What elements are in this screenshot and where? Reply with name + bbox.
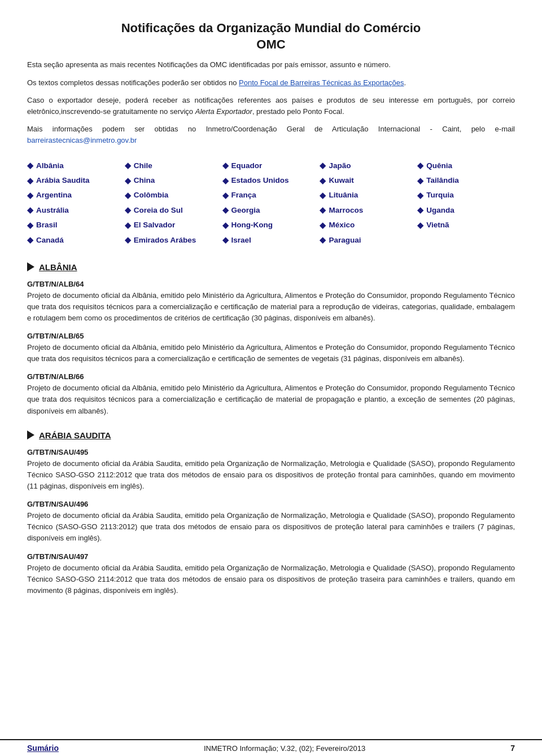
list-item: ◆Argentina <box>27 189 125 201</box>
list-item: ◆Quênia <box>417 159 515 172</box>
country-col-5: ◆Quênia ◆Tailândia ◆Turquia ◆Uganda ◆Vie… <box>417 159 515 246</box>
page-number: 7 <box>510 744 515 753</box>
arabia-section-header: ARÁBIA SAUDITA <box>27 430 515 440</box>
bullet-icon: ◆ <box>222 219 229 231</box>
focal-link[interactable]: Ponto Focal de Barreiras Técnicas às Exp… <box>239 78 404 87</box>
intro-paragraph-1: Esta seção apresenta as mais recentes No… <box>27 59 515 71</box>
notification-text-sau495: Projeto de documento oficial da Arábia S… <box>27 458 515 492</box>
list-item: ◆Equador <box>222 159 320 172</box>
country-col-2: ◆Chile ◆China ◆Colômbia ◆Coreia do Sul ◆… <box>125 159 222 246</box>
bullet-icon: ◆ <box>222 189 229 201</box>
bullet-icon: ◆ <box>125 219 131 231</box>
list-item: ◆Albânia <box>27 159 125 172</box>
arabia-section-title[interactable]: ARÁBIA SAUDITA <box>39 430 111 440</box>
bullet-icon: ◆ <box>320 219 326 231</box>
sumario-link[interactable]: Sumário <box>27 744 59 753</box>
bullet-icon: ◆ <box>320 204 326 216</box>
bullet-icon: ◆ <box>125 189 131 201</box>
bullet-icon: ◆ <box>125 159 131 172</box>
notification-text-sau497: Projeto de documento oficial da Arábia S… <box>27 562 515 596</box>
notification-id-alb65: G/TBT/N/ALB/65 <box>27 332 515 340</box>
notification-id-alb66: G/TBT/N/ALB/66 <box>27 372 515 381</box>
section-arrow-icon <box>27 262 34 271</box>
notification-id-sau497: G/TBT/N/SAU/497 <box>27 552 515 561</box>
footer-info: INMETRO Informação; V.32, (02); Fevereir… <box>59 744 510 753</box>
list-item: ◆Georgia <box>222 204 320 216</box>
intro-paragraph-3: Caso o exportador deseje, poderá receber… <box>27 95 515 117</box>
albania-section-title[interactable]: ALBÂNIA <box>39 262 77 272</box>
list-item: ◆Canadá <box>27 234 125 246</box>
list-item: ◆México <box>320 219 417 231</box>
list-item: ◆Tailândia <box>417 174 515 187</box>
country-col-4: ◆Japão ◆Kuwait ◆Lituânia ◆Marrocos ◆Méxi… <box>320 159 417 246</box>
section-arrow-icon <box>27 430 34 439</box>
list-item: ◆Arábia Saudita <box>27 174 125 187</box>
email-link[interactable]: barreirastecnicas@inmetro.gov.br <box>27 136 137 144</box>
list-item: ◆Japão <box>320 159 417 172</box>
bullet-icon: ◆ <box>27 159 33 172</box>
list-item: ◆Austrália <box>27 204 125 216</box>
list-item: ◆El Salvador <box>125 219 222 231</box>
list-item: ◆Israel <box>222 234 320 246</box>
list-item: ◆Kuwait <box>320 174 417 187</box>
country-col-3: ◆Equador ◆Estados Unidos ◆França ◆Georgi… <box>222 159 320 246</box>
list-item: ◆França <box>222 189 320 201</box>
bullet-icon: ◆ <box>417 174 423 187</box>
notification-id-alb64: G/TBT/N/ALB/64 <box>27 280 515 288</box>
intro-paragraph-4: Mais informações podem ser obtidas no In… <box>27 124 515 146</box>
bullet-icon: ◆ <box>222 204 229 216</box>
bullet-icon: ◆ <box>27 174 33 187</box>
bullet-icon: ◆ <box>27 204 33 216</box>
country-grid: ◆Albânia ◆Arábia Saudita ◆Argentina ◆Aus… <box>27 159 515 246</box>
notification-text-alb64: Projeto de documento oficial da Albânia,… <box>27 290 515 324</box>
list-item: ◆Coreia do Sul <box>125 204 222 216</box>
notification-text-alb66: Projeto de documento oficial da Albânia,… <box>27 383 515 416</box>
list-item: ◆Brasil <box>27 219 125 231</box>
list-item: ◆Emirados Arábes <box>125 234 222 246</box>
bullet-icon: ◆ <box>417 189 423 201</box>
list-item: ◆Chile <box>125 159 222 172</box>
bullet-icon: ◆ <box>27 219 33 231</box>
bullet-icon: ◆ <box>222 159 229 172</box>
title-line1: Notificações da Organização Mundial do C… <box>121 21 421 35</box>
bullet-icon: ◆ <box>320 174 326 187</box>
bullet-icon: ◆ <box>27 234 33 246</box>
list-item: ◆Hong-Kong <box>222 219 320 231</box>
bullet-icon: ◆ <box>320 189 326 201</box>
bullet-icon: ◆ <box>320 234 326 246</box>
bullet-icon: ◆ <box>320 159 326 172</box>
page-content: Notificações da Organização Mundial do C… <box>0 0 542 631</box>
title-line2: OMC <box>256 37 285 51</box>
bullet-icon: ◆ <box>27 189 33 201</box>
list-item: ◆Turquia <box>417 189 515 201</box>
notification-text-sau496: Projeto de documento oficial da Arábia S… <box>27 510 515 544</box>
list-item: ◆Marrocos <box>320 204 417 216</box>
notification-text-alb65: Projeto de documento oficial da Albânia,… <box>27 342 515 364</box>
list-item: ◆Vietnã <box>417 219 515 231</box>
bullet-icon: ◆ <box>222 234 229 246</box>
bullet-icon: ◆ <box>222 174 229 187</box>
list-item: ◆Uganda <box>417 204 515 216</box>
page-title: Notificações da Organização Mundial do C… <box>27 20 515 52</box>
bullet-icon: ◆ <box>417 219 423 231</box>
page-footer: Sumário INMETRO Informação; V.32, (02); … <box>0 739 542 756</box>
bullet-icon: ◆ <box>125 234 131 246</box>
bullet-icon: ◆ <box>417 159 423 172</box>
bullet-icon: ◆ <box>125 174 131 187</box>
notification-id-sau495: G/TBT/N/SAU/495 <box>27 448 515 456</box>
country-col-1: ◆Albânia ◆Arábia Saudita ◆Argentina ◆Aus… <box>27 159 125 246</box>
bullet-icon: ◆ <box>125 204 131 216</box>
notification-id-sau496: G/TBT/N/SAU/496 <box>27 500 515 508</box>
list-item: ◆Paraguai <box>320 234 417 246</box>
list-item: ◆China <box>125 174 222 187</box>
intro-paragraph-2: Os textos completos dessas notificações … <box>27 77 515 89</box>
bullet-icon: ◆ <box>417 204 423 216</box>
list-item: ◆Colômbia <box>125 189 222 201</box>
list-item: ◆Lituânia <box>320 189 417 201</box>
list-item: ◆Estados Unidos <box>222 174 320 187</box>
albania-section-header: ALBÂNIA <box>27 262 515 272</box>
